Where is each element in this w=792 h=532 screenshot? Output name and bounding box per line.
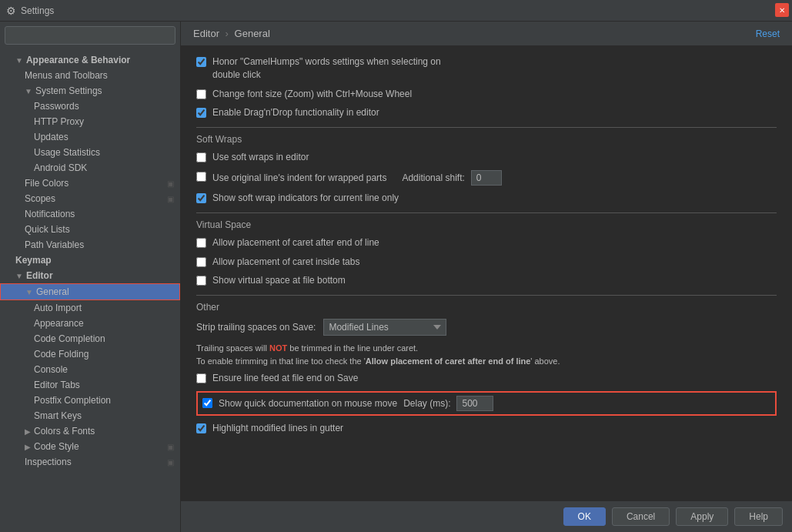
line-feed-checkbox[interactable] [196,373,206,383]
divider-other [196,295,777,296]
sidebar-item-editor-tabs[interactable]: Editor Tabs [0,377,180,393]
bold-allow-placement: Allow placement of caret after end of li… [366,356,531,366]
line-feed-label: Ensure line feed at file end on Save [212,372,358,385]
sidebar-item-label: Path Variables [25,239,84,250]
setting-font-zoom: Change font size (Zoom) with Ctrl+Mouse … [196,88,777,101]
sidebar-item-label: Code Completion [34,333,105,344]
sidebar-item-path-variables[interactable]: Path Variables [0,237,180,253]
sidebar-item-code-completion[interactable]: Code Completion [0,331,180,346]
divider-virtual-space [196,212,777,213]
additional-shift-label: Additional shift: [402,172,464,185]
additional-shift-input[interactable] [471,170,502,186]
sidebar-item-menus-toolbars[interactable]: Menus and Toolbars [0,68,180,83]
sidebar-item-label: Editor Tabs [34,380,80,390]
sidebar-item-keymap[interactable]: Keymap [0,253,180,268]
sidebar-item-label: Appearance [34,318,84,329]
font-zoom-checkbox[interactable] [196,89,206,99]
highlight-modified-label: Highlight modified lines in gutter [212,422,343,435]
caret-inside-tabs-checkbox[interactable] [196,257,206,267]
expand-arrow: ▼ [25,288,33,296]
strip-trailing-spaces-select[interactable]: Modified Lines All None [323,319,446,336]
divider-soft-wraps [196,127,777,128]
sidebar-item-quick-lists[interactable]: Quick Lists [0,222,180,237]
sidebar-item-notifications[interactable]: Notifications [0,206,180,222]
main-container: ▼ Appearance & Behavior Menus and Toolba… [0,22,792,532]
soft-wrap-editor-checkbox[interactable] [196,152,206,162]
section-title-virtual-space: Virtual Space [196,219,777,230]
sidebar-item-label: Appearance & Behavior [26,55,130,65]
sidebar-item-inspections[interactable]: Inspections ▣ [0,454,180,470]
quick-doc-row: Show quick documentation on mouse move D… [196,391,777,416]
setting-drag-drop: Enable Drag'n'Drop functionality in edit… [196,106,777,119]
sidebar-item-updates[interactable]: Updates [0,129,180,145]
setting-caret-inside-tabs: Allow placement of caret inside tabs [196,256,777,269]
virtual-space-bottom-label: Show virtual space at file bottom [212,274,346,287]
delay-input[interactable] [456,396,493,411]
reset-button[interactable]: Reset [756,28,780,39]
section-title-other: Other [196,302,777,313]
help-button[interactable]: Help [734,507,783,526]
expand-arrow: ▶ [25,427,31,436]
sidebar: ▼ Appearance & Behavior Menus and Toolba… [0,22,181,532]
highlight-modified-checkbox[interactable] [196,423,206,433]
sidebar-item-passwords[interactable]: Passwords [0,99,180,114]
sidebar-item-android-sdk[interactable]: Android SDK [0,160,180,176]
setting-soft-wrap-indicators: Show soft wrap indicators for current li… [196,192,777,205]
expand-arrow: ▼ [25,87,32,95]
content-header: Editor › General Reset [181,22,792,46]
sidebar-item-code-style[interactable]: ▶ Code Style ▣ [0,439,180,454]
setting-soft-wrap-editor: Use soft wraps in editor [196,151,777,164]
sidebar-item-label: Colors & Fonts [34,426,95,437]
sidebar-item-console[interactable]: Console [0,362,180,377]
sidebar-item-appearance-behavior[interactable]: ▼ Appearance & Behavior [0,52,180,68]
strip-trailing-spaces-row: Strip trailing spaces on Save: Modified … [196,319,777,336]
sidebar-item-label: Inspections [25,457,72,467]
sidebar-item-general[interactable]: ▼ General [0,283,180,300]
cancel-button[interactable]: Cancel [612,507,670,526]
sidebar-item-label: Postfix Completion [34,395,111,406]
sidebar-item-colors-fonts[interactable]: ▶ Colors & Fonts [0,423,180,439]
camel-humps-checkbox[interactable] [196,57,206,67]
breadcrumb-separator: › [226,28,229,39]
nav-tree: ▼ Appearance & Behavior Menus and Toolba… [0,49,180,532]
sidebar-item-postfix-completion[interactable]: Postfix Completion [0,393,180,408]
not-label: NOT [269,343,287,353]
sidebar-item-editor[interactable]: ▼ Editor [0,268,180,283]
expand-arrow: ▼ [15,56,23,65]
soft-wrap-indicators-checkbox[interactable] [196,193,206,203]
expand-arrow: ▼ [15,272,23,280]
file-icon: ▣ [167,443,174,451]
close-button[interactable]: ✕ [775,3,789,17]
sidebar-item-auto-import[interactable]: Auto Import [0,300,180,316]
virtual-space-bottom-checkbox[interactable] [196,276,206,286]
caret-after-eol-checkbox[interactable] [196,238,206,248]
search-input[interactable] [5,26,175,45]
font-zoom-label: Change font size (Zoom) with Ctrl+Mouse … [212,88,412,101]
sidebar-item-label: Scopes [25,193,55,204]
original-indent-label: Use original line's indent for wrapped p… [212,170,502,186]
sidebar-item-http-proxy[interactable]: HTTP Proxy [0,114,180,129]
quick-doc-checkbox[interactable] [202,398,212,408]
sidebar-item-appearance[interactable]: Appearance [0,316,180,331]
trailing-spaces-info: Trailing spaces will NOT be trimmed in t… [196,342,777,367]
sidebar-item-code-folding[interactable]: Code Folding [0,346,180,362]
file-icon: ▣ [167,179,174,188]
breadcrumb-parent: Editor [193,28,219,39]
drag-drop-label: Enable Drag'n'Drop functionality in edit… [212,106,379,119]
quick-doc-label: Show quick documentation on mouse move [219,397,397,410]
sidebar-item-smart-keys[interactable]: Smart Keys [0,408,180,423]
original-indent-checkbox[interactable] [196,172,206,182]
apply-button[interactable]: Apply [676,507,728,526]
sidebar-item-label: Updates [34,132,69,142]
breadcrumb-current: General [235,28,270,39]
soft-wrap-editor-label: Use soft wraps in editor [212,151,309,164]
drag-drop-checkbox[interactable] [196,108,206,118]
soft-wrap-indicators-label: Show soft wrap indicators for current li… [212,192,399,205]
ok-button[interactable]: OK [563,507,606,526]
sidebar-item-file-colors[interactable]: File Colors ▣ [0,176,180,191]
window-controls[interactable]: ✕ [775,3,789,17]
sidebar-item-usage-statistics[interactable]: Usage Statistics [0,145,180,160]
sidebar-item-scopes[interactable]: Scopes ▣ [0,191,180,206]
sidebar-item-label: Smart Keys [34,410,82,421]
sidebar-item-system-settings[interactable]: ▼ System Settings [0,83,180,99]
